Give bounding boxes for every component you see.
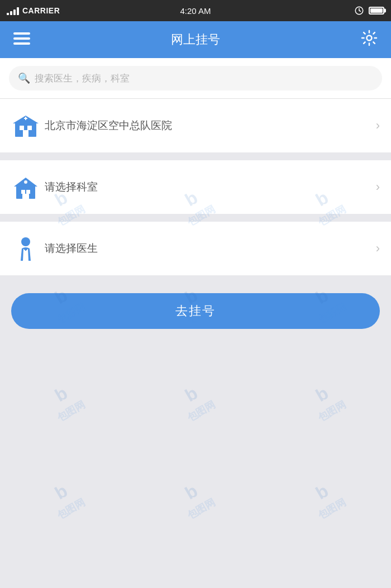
search-icon: 🔍 (18, 72, 30, 84)
svg-rect-1 (13, 32, 30, 35)
svg-rect-3 (13, 42, 30, 45)
chevron-right-doctor-icon: › (376, 241, 380, 256)
header-title: 网上挂号 (171, 31, 220, 48)
settings-icon[interactable] (361, 30, 378, 50)
svg-rect-11 (25, 117, 26, 120)
button-section: 去挂号 (0, 283, 391, 339)
status-time: 4:20 AM (180, 6, 211, 16)
svg-point-4 (367, 35, 372, 40)
signal-bars-icon (7, 6, 19, 15)
hospital-item[interactable]: 北京市海淀区空中总队医院 › (0, 99, 391, 152)
status-bar: CARRIER 4:20 AM (0, 0, 391, 21)
hospital-label: 北京市海淀区空中总队医院 (45, 118, 376, 133)
doctor-icon (11, 234, 40, 263)
svg-rect-2 (13, 37, 30, 40)
chevron-right-dept-icon: › (376, 180, 380, 194)
header: 网上挂号 (0, 21, 391, 58)
status-right (354, 6, 384, 16)
svg-point-18 (21, 237, 30, 246)
svg-rect-8 (27, 126, 32, 130)
svg-rect-16 (22, 194, 29, 199)
doctor-item[interactable]: 请选择医生 › (0, 222, 391, 275)
svg-rect-9 (23, 130, 28, 137)
svg-rect-15 (26, 190, 30, 194)
doctor-section: 请选择医生 › (0, 222, 391, 275)
search-box[interactable]: 🔍 搜索医生，疾病，科室 (9, 66, 382, 90)
department-section: 请选择科室 › (0, 160, 391, 214)
carrier-label: CARRIER (22, 6, 60, 15)
doctor-label: 请选择医生 (45, 241, 376, 256)
svg-point-17 (24, 180, 27, 184)
hospital-section: 北京市海淀区空中总队医院 › (0, 99, 391, 152)
status-left: CARRIER (7, 6, 60, 15)
search-placeholder-text: 搜索医生，疾病，科室 (35, 72, 130, 85)
hamburger-icon[interactable] (13, 32, 30, 47)
submit-button[interactable]: 去挂号 (11, 293, 380, 329)
department-item[interactable]: 请选择科室 › (0, 160, 391, 214)
clock-icon (354, 6, 364, 16)
hospital-icon (11, 111, 40, 140)
watermark-overlay: b包图网 b包图网 b包图网 b包图网 b包图网 b包图网 b包图网 b包图网 … (0, 157, 391, 548)
content-wrapper: b包图网 b包图网 b包图网 b包图网 b包图网 b包图网 b包图网 b包图网 … (0, 99, 391, 339)
svg-rect-14 (21, 190, 25, 194)
chevron-right-icon: › (376, 118, 380, 133)
svg-rect-7 (20, 126, 24, 130)
battery-icon (369, 7, 384, 15)
search-section: 🔍 搜索医生，疾病，科室 (0, 58, 391, 99)
department-icon (11, 173, 40, 202)
department-label: 请选择科室 (45, 180, 376, 194)
